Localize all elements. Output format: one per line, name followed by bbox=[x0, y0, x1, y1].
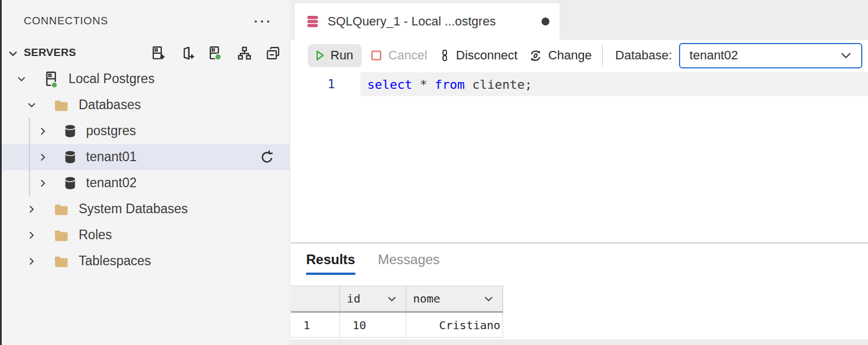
chevron-right-icon[interactable] bbox=[37, 178, 49, 189]
active-connections-icon[interactable] bbox=[208, 45, 223, 61]
tree-item-label: tenant01 bbox=[86, 149, 137, 165]
sql-keyword: select bbox=[367, 77, 412, 92]
chevron-right-icon[interactable] bbox=[37, 152, 49, 163]
folder-icon bbox=[54, 204, 69, 216]
chevron-right-icon[interactable] bbox=[37, 126, 49, 137]
stop-icon bbox=[369, 49, 383, 62]
tree-item-databases[interactable]: Databases bbox=[0, 92, 290, 118]
column-name: nome bbox=[413, 292, 440, 305]
disconnect-button[interactable]: Disconnect bbox=[439, 48, 518, 63]
grid-header-id[interactable]: id bbox=[340, 286, 406, 311]
window-left-edge bbox=[0, 0, 2, 345]
chevron-down-icon[interactable] bbox=[386, 293, 398, 305]
tab-title: SQLQuery_1 - Local ...ostgres bbox=[328, 14, 496, 29]
tree-item-label: Roles bbox=[79, 227, 112, 243]
disconnect-label: Disconnect bbox=[456, 48, 518, 63]
database-icon bbox=[63, 175, 77, 191]
tree-item-tablespaces[interactable]: Tablespaces bbox=[0, 248, 290, 274]
results-grid: id nome 1 10 Cristiano bbox=[291, 286, 503, 338]
sql-text: * bbox=[412, 77, 435, 92]
tree-item-roles[interactable]: Roles bbox=[0, 222, 290, 248]
id-cell[interactable]: 10 bbox=[340, 313, 406, 337]
refresh-icon[interactable] bbox=[259, 149, 275, 165]
chevron-right-icon[interactable] bbox=[26, 256, 37, 267]
tree-item-label: Local Postgres bbox=[68, 71, 154, 87]
unsaved-changes-icon[interactable] bbox=[542, 18, 549, 25]
grid-footer-strip bbox=[291, 339, 868, 345]
row-number-cell[interactable]: 1 bbox=[291, 313, 340, 337]
chevron-down-icon[interactable] bbox=[483, 293, 495, 305]
cancel-button[interactable]: Cancel bbox=[369, 48, 427, 63]
chevron-down-icon bbox=[839, 48, 853, 63]
tree-item-label: Databases bbox=[79, 97, 141, 113]
new-server-group-icon[interactable] bbox=[179, 45, 194, 61]
chevron-down-icon[interactable] bbox=[26, 100, 37, 111]
folder-icon bbox=[54, 256, 69, 268]
sql-keyword: from bbox=[435, 77, 465, 92]
change-label: Change bbox=[548, 48, 592, 63]
app-window: { "colors": { "accent_blue": "#2b6fca", … bbox=[0, 0, 868, 345]
editor-area: SQLQuery_1 - Local ...ostgres Run Cancel… bbox=[291, 0, 868, 345]
editor-tabstrip: SQLQuery_1 - Local ...ostgres bbox=[291, 0, 868, 40]
nome-cell[interactable]: Cristiano bbox=[406, 313, 503, 337]
toolbar-divider bbox=[602, 44, 603, 67]
tab-results[interactable]: Results bbox=[306, 252, 355, 275]
query-toolbar: Run Cancel Disconnect Change Database: t… bbox=[291, 40, 868, 71]
chevron-down-icon[interactable] bbox=[16, 74, 27, 85]
sidebar-title: CONNECTIONS bbox=[24, 15, 108, 27]
database-label: Database: bbox=[615, 48, 672, 63]
sync-arrows-icon bbox=[528, 48, 543, 63]
tree-item-label: postgres bbox=[86, 123, 136, 139]
editor-current-line[interactable]: select * from cliente; bbox=[360, 72, 868, 96]
grid-header-row: id nome bbox=[291, 286, 503, 313]
sql-editor[interactable]: 1 select * from cliente; bbox=[291, 71, 868, 242]
results-tabs: Results Messages bbox=[306, 252, 440, 275]
chevron-right-icon[interactable] bbox=[26, 204, 37, 215]
cancel-label: Cancel bbox=[388, 48, 427, 63]
server-icon bbox=[44, 71, 60, 88]
tree-item-postgres[interactable]: postgres bbox=[0, 118, 290, 144]
line-number: 1 bbox=[319, 72, 335, 96]
change-connection-button[interactable]: Change bbox=[528, 48, 592, 63]
results-panel: Results Messages id nome bbox=[291, 242, 868, 345]
tree-item-tenant01[interactable]: tenant01 bbox=[0, 144, 290, 170]
run-label: Run bbox=[330, 48, 353, 63]
servers-section-label: SERVERS bbox=[24, 46, 76, 59]
chain-link-icon bbox=[439, 48, 451, 63]
tree-indent-guide bbox=[29, 118, 30, 196]
new-connection-icon[interactable] bbox=[151, 45, 165, 61]
grid-data-row: 1 10 Cristiano bbox=[291, 313, 503, 338]
sidebar-header: CONNECTIONS bbox=[0, 12, 290, 31]
grid-header-nome[interactable]: nome bbox=[406, 286, 503, 311]
database-dropdown[interactable]: tenant02 bbox=[679, 43, 862, 68]
column-name: id bbox=[347, 292, 360, 305]
tree-item-local-postgres[interactable]: Local Postgres bbox=[0, 66, 290, 92]
tab-messages[interactable]: Messages bbox=[378, 252, 440, 275]
chevron-down-icon[interactable] bbox=[7, 48, 19, 60]
chevron-right-icon[interactable] bbox=[26, 230, 37, 241]
collapse-all-icon[interactable] bbox=[266, 45, 281, 61]
more-actions-icon[interactable] bbox=[255, 20, 257, 23]
database-icon bbox=[63, 123, 77, 139]
tab-sqlquery1[interactable]: SQLQuery_1 - Local ...ostgres bbox=[295, 3, 560, 40]
sql-code: select * from cliente; bbox=[367, 77, 532, 92]
tree-item-system-databases[interactable]: System Databases bbox=[0, 196, 290, 222]
sql-text: cliente; bbox=[465, 77, 532, 92]
tree-item-tenant02[interactable]: tenant02 bbox=[0, 170, 290, 196]
tree-item-label: Tablespaces bbox=[79, 253, 151, 269]
folder-icon bbox=[54, 230, 69, 242]
play-icon bbox=[313, 49, 326, 62]
run-button[interactable]: Run bbox=[308, 44, 362, 67]
database-dropdown-value: tenant02 bbox=[690, 48, 738, 63]
database-stack-icon bbox=[306, 14, 320, 29]
connections-sidebar: CONNECTIONS SERVERS bbox=[0, 0, 290, 345]
servers-actions bbox=[151, 45, 281, 61]
database-icon bbox=[63, 149, 77, 165]
tree-item-label: System Databases bbox=[79, 201, 188, 217]
object-explorer-icon[interactable] bbox=[237, 45, 252, 61]
folder-icon bbox=[54, 100, 69, 112]
grid-header-rownum[interactable] bbox=[291, 286, 340, 311]
servers-section-header[interactable]: SERVERS bbox=[0, 43, 290, 64]
tree-item-label: tenant02 bbox=[86, 175, 137, 191]
